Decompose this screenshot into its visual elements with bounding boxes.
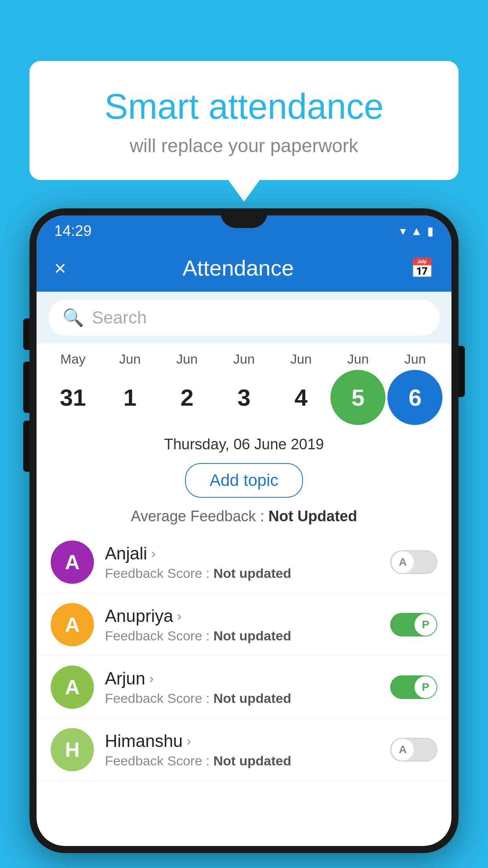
selected-date-header: Thursday, 06 June 2019 bbox=[37, 429, 451, 457]
toggle-knob-himanshu: A bbox=[392, 739, 414, 761]
app-header: × Attendance 📅 bbox=[37, 244, 451, 292]
student-info-anupriya: Anupriya › Feedback Score : Not updated bbox=[105, 606, 379, 644]
date-31[interactable]: 31 bbox=[46, 370, 101, 425]
student-name-anjali: Anjali › bbox=[105, 544, 379, 563]
student-info-anjali: Anjali › Feedback Score : Not updated bbox=[105, 544, 379, 581]
date-5-today[interactable]: 5 bbox=[330, 370, 385, 425]
battery-icon: ▮ bbox=[427, 224, 434, 238]
month-jun-1: Jun bbox=[103, 351, 158, 367]
month-jun-3: Jun bbox=[216, 351, 272, 367]
chevron-icon-arjun: › bbox=[149, 671, 154, 686]
attendance-toggle-arjun[interactable]: P bbox=[390, 675, 437, 699]
date-row: 31 1 2 3 4 5 6 bbox=[44, 370, 444, 425]
volume-up-button bbox=[23, 362, 29, 413]
speech-bubble-arrow bbox=[228, 180, 260, 202]
avg-feedback-value: Not Updated bbox=[268, 508, 357, 524]
average-feedback: Average Feedback : Not Updated bbox=[37, 504, 451, 531]
phone-notch bbox=[220, 208, 268, 228]
toggle-arjun[interactable]: P bbox=[390, 675, 437, 699]
search-bar-wrapper: 🔍 Search bbox=[37, 292, 451, 344]
month-jun-5: Jun bbox=[330, 351, 385, 367]
date-3[interactable]: 3 bbox=[216, 370, 272, 425]
calendar-strip: May Jun Jun Jun Jun Jun Jun 31 1 2 3 4 5… bbox=[37, 344, 451, 429]
phone-outer: 14:29 ▾ ▲ ▮ × Attendance 📅 🔍 Search bbox=[29, 208, 459, 853]
chevron-icon-himanshu: › bbox=[187, 733, 191, 748]
date-4[interactable]: 4 bbox=[273, 370, 328, 425]
power-button bbox=[459, 346, 465, 397]
add-topic-button[interactable]: Add topic bbox=[185, 463, 303, 498]
attendance-toggle-anupriya[interactable]: P bbox=[390, 613, 437, 636]
toggle-knob-anupriya: P bbox=[415, 614, 437, 636]
toggle-knob-anjali: A bbox=[392, 551, 414, 573]
month-may: May bbox=[46, 351, 101, 367]
attendance-toggle-anjali[interactable]: A bbox=[390, 550, 437, 574]
wifi-icon: ▾ bbox=[400, 224, 406, 238]
month-jun-4: Jun bbox=[273, 351, 328, 367]
feedback-anjali: Feedback Score : Not updated bbox=[105, 566, 379, 581]
student-item-arjun[interactable]: A Arjun › Feedback Score : Not updated P bbox=[37, 656, 451, 719]
toggle-anupriya[interactable]: P bbox=[390, 613, 437, 636]
month-jun-6: Jun bbox=[387, 351, 442, 367]
bubble-subtitle: will replace your paperwork bbox=[53, 135, 435, 156]
student-name-anupriya: Anupriya › bbox=[105, 606, 379, 626]
volume-mute-button bbox=[23, 318, 29, 350]
student-item-anjali[interactable]: A Anjali › Feedback Score : Not updated … bbox=[37, 531, 451, 594]
student-info-arjun: Arjun › Feedback Score : Not updated bbox=[105, 669, 379, 706]
student-name-himanshu: Himanshu › bbox=[105, 731, 379, 751]
feedback-arjun: Feedback Score : Not updated bbox=[105, 691, 379, 706]
month-jun-2: Jun bbox=[160, 351, 215, 367]
date-1[interactable]: 1 bbox=[103, 370, 158, 425]
app-title: Attendance bbox=[183, 255, 294, 281]
date-2[interactable]: 2 bbox=[160, 370, 215, 425]
month-row: May Jun Jun Jun Jun Jun Jun bbox=[44, 351, 444, 367]
avatar-himanshu: H bbox=[51, 728, 94, 771]
student-list: A Anjali › Feedback Score : Not updated … bbox=[37, 531, 451, 846]
feedback-himanshu: Feedback Score : Not updated bbox=[105, 753, 379, 769]
phone-screen: 14:29 ▾ ▲ ▮ × Attendance 📅 🔍 Search bbox=[37, 215, 451, 846]
toggle-anjali[interactable]: A bbox=[390, 550, 437, 574]
chevron-icon-anupriya: › bbox=[177, 608, 182, 623]
avatar-anupriya: A bbox=[51, 603, 94, 646]
student-item-anupriya[interactable]: A Anupriya › Feedback Score : Not update… bbox=[37, 594, 451, 656]
search-bar[interactable]: 🔍 Search bbox=[48, 300, 440, 336]
speech-bubble-section: Smart attendance will replace your paper… bbox=[29, 61, 459, 202]
phone-mockup: 14:29 ▾ ▲ ▮ × Attendance 📅 🔍 Search bbox=[29, 208, 459, 868]
search-icon: 🔍 bbox=[62, 307, 84, 328]
bubble-title: Smart attendance bbox=[53, 86, 435, 127]
status-time: 14:29 bbox=[54, 223, 92, 239]
close-button[interactable]: × bbox=[54, 256, 66, 280]
status-icons: ▾ ▲ ▮ bbox=[400, 224, 434, 238]
signal-icon: ▲ bbox=[411, 224, 422, 238]
feedback-anupriya: Feedback Score : Not updated bbox=[105, 628, 379, 644]
search-placeholder: Search bbox=[92, 308, 147, 327]
student-item-himanshu[interactable]: H Himanshu › Feedback Score : Not update… bbox=[37, 719, 451, 781]
attendance-toggle-himanshu[interactable]: A bbox=[390, 738, 437, 761]
avg-feedback-label: Average Feedback : bbox=[131, 508, 268, 524]
date-6-selected[interactable]: 6 bbox=[387, 370, 442, 425]
calendar-icon[interactable]: 📅 bbox=[410, 257, 434, 279]
student-info-himanshu: Himanshu › Feedback Score : Not updated bbox=[105, 731, 379, 769]
toggle-knob-arjun: P bbox=[415, 676, 437, 698]
avatar-anjali: A bbox=[51, 541, 94, 584]
volume-down-button bbox=[23, 421, 29, 472]
speech-bubble: Smart attendance will replace your paper… bbox=[29, 61, 459, 180]
student-name-arjun: Arjun › bbox=[105, 669, 379, 688]
chevron-icon-anjali: › bbox=[151, 546, 156, 561]
toggle-himanshu[interactable]: A bbox=[390, 738, 437, 761]
avatar-arjun: A bbox=[51, 666, 94, 709]
add-topic-wrapper: Add topic bbox=[37, 457, 451, 504]
